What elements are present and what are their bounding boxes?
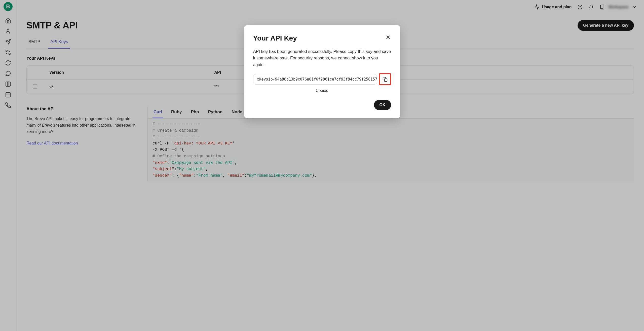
copy-button-highlight (379, 73, 391, 85)
copy-button[interactable] (381, 75, 390, 84)
close-icon[interactable] (385, 34, 391, 40)
copied-label: Copied (253, 88, 391, 93)
ok-button[interactable]: OK (374, 100, 391, 110)
api-key-modal: Your API Key API key has been generated … (244, 25, 400, 118)
modal-text: API key has been generated successfully.… (253, 48, 391, 68)
modal-overlay: Your API Key API key has been generated … (0, 0, 644, 331)
copy-icon (383, 77, 388, 82)
svg-rect-10 (384, 79, 387, 82)
modal-title: Your API Key (253, 34, 297, 42)
api-key-value[interactable]: xkeysib-94a88b13b9c076a01f6f9861ce7df93f… (253, 74, 377, 85)
